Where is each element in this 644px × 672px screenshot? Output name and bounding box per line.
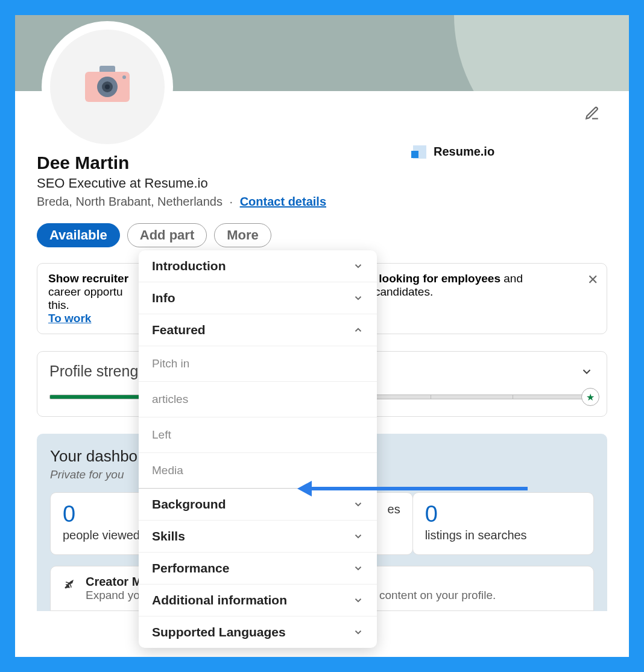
profile-headline: SEO Executive at Resume.io	[37, 176, 607, 191]
dd-background[interactable]: Background	[139, 489, 377, 521]
stat-searches-num: 0	[425, 501, 581, 527]
annotation-arrow	[311, 487, 528, 490]
dd-introduction[interactable]: Introduction	[139, 250, 377, 282]
chevron-down-icon[interactable]	[580, 365, 593, 378]
add-section-dropdown: Introduction Info Featured Pitch in arti…	[139, 250, 377, 648]
available-button[interactable]: Available	[37, 223, 120, 247]
avatar-placeholder	[50, 30, 165, 144]
action-buttons: Available Add part More	[37, 223, 607, 247]
separator: ·	[230, 195, 233, 208]
dd-performance-label: Performance	[152, 561, 229, 575]
camera-icon	[85, 72, 130, 102]
banner-decoration	[454, 15, 629, 91]
dd-skills[interactable]: Skills	[139, 521, 377, 553]
dd-skills-label: Skills	[152, 529, 185, 544]
contact-details-link[interactable]: Contact details	[240, 195, 326, 208]
dd-performance[interactable]: Performance	[139, 553, 377, 585]
satellite-icon	[63, 576, 77, 591]
dd-background-label: Background	[152, 497, 226, 512]
chevron-up-icon	[353, 325, 364, 335]
dd-media[interactable]: Media	[139, 453, 377, 489]
chevron-down-icon	[353, 531, 364, 542]
dd-additional[interactable]: Additional information	[139, 585, 377, 617]
to-work-link[interactable]: To work	[48, 312, 91, 325]
chevron-down-icon	[353, 261, 364, 271]
dd-introduction-label: Introduction	[152, 259, 226, 273]
dd-featured[interactable]: Featured	[139, 314, 377, 346]
dd-left[interactable]: Left	[139, 417, 377, 453]
chevron-down-icon	[353, 627, 364, 638]
dd-info[interactable]: Info	[139, 282, 377, 314]
dd-languages-label: Supported Languages	[152, 625, 286, 639]
arrow-head-icon	[297, 481, 312, 496]
more-button[interactable]: More	[214, 223, 271, 247]
progress-star: ★	[581, 388, 599, 406]
dd-info-label: Info	[152, 291, 175, 305]
dd-featured-label: Featured	[152, 323, 206, 337]
chevron-down-icon	[353, 595, 364, 606]
avatar[interactable]	[42, 21, 173, 153]
chevron-down-icon	[353, 293, 364, 303]
stat-searches[interactable]: 0 listings in searches	[412, 492, 594, 555]
dd-pitch-in[interactable]: Pitch in	[139, 346, 377, 382]
dd-articles[interactable]: articles	[139, 382, 377, 417]
profile-name: Dee Martin	[37, 153, 607, 173]
chevron-down-icon	[353, 563, 364, 574]
star-icon: ★	[586, 391, 595, 403]
add-part-button[interactable]: Add part	[127, 223, 207, 247]
dd-additional-label: Additional information	[152, 593, 287, 607]
chevron-down-icon	[353, 499, 364, 510]
dd-languages[interactable]: Supported Languages	[139, 617, 377, 648]
profile-page: Resume.io Dee Martin SEO Executive at Re…	[15, 15, 629, 657]
close-icon[interactable]: ✕	[587, 272, 598, 288]
card1-bold: Show recruiter	[48, 272, 128, 285]
profile-location: Breda, North Brabant, Netherlands	[37, 195, 223, 208]
stat-searches-label: listings in searches	[425, 528, 581, 542]
svg-point-0	[65, 587, 67, 589]
location-row: Breda, North Brabant, Netherlands · Cont…	[37, 195, 607, 209]
card2-tail: and	[500, 272, 523, 285]
